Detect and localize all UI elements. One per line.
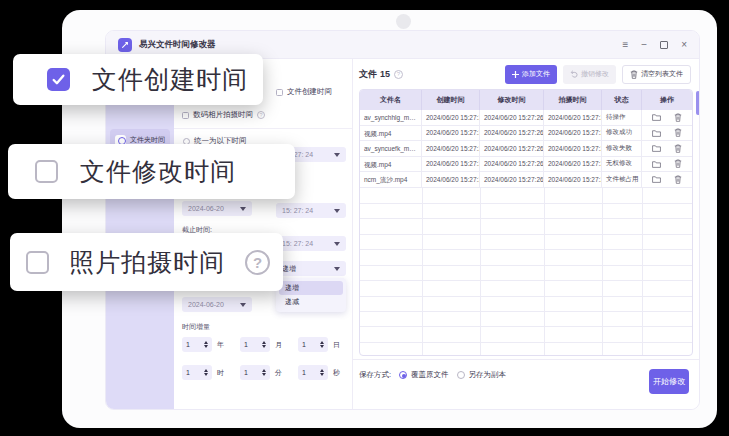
hour-unit: 时 — [217, 368, 224, 378]
open-folder-icon[interactable] — [652, 113, 661, 121]
dropdown-option-increase[interactable]: 递增 — [279, 281, 343, 295]
table-row: av_synchhlg_mp4... 2024/06/20 15:27:26 2… — [360, 110, 692, 126]
shot-time: 2024/06/20 15:27:26 — [544, 157, 602, 173]
hour-stepper[interactable]: 1 — [182, 365, 212, 380]
plus-icon — [512, 71, 519, 78]
spinner-arrows-icon[interactable] — [262, 369, 266, 377]
help-icon[interactable]: ? — [394, 70, 403, 79]
undo-changes-button[interactable]: 撤销修改 — [563, 65, 616, 84]
open-folder-icon[interactable] — [652, 144, 661, 152]
menu-icon[interactable]: ≡ — [622, 40, 628, 50]
created-time: 2024/06/20 15:27:26 — [422, 157, 480, 173]
minute-stepper[interactable]: 1 — [240, 365, 270, 380]
status-badge: 文件被占用 — [602, 172, 642, 188]
radio-unselected-icon[interactable] — [457, 371, 465, 379]
delete-row-icon[interactable] — [674, 159, 682, 168]
end-date-select[interactable]: 2024-06-20 — [182, 297, 252, 312]
help-icon[interactable]: ? — [257, 111, 265, 119]
day-stepper[interactable]: 1 — [298, 337, 328, 352]
add-files-button[interactable]: 添加文件 — [505, 65, 557, 84]
files-table: 文件名 创建时间 修改时间 拍摄时间 状态 操作 av_synchhlg_mp4… — [359, 89, 693, 356]
caret-down-icon — [334, 209, 340, 213]
time-select-3[interactable]: 15: 27: 24 — [276, 236, 346, 251]
camera-dot — [396, 14, 411, 29]
close-icon[interactable]: × — [681, 40, 687, 50]
digital-photo-checkbox[interactable] — [182, 112, 189, 119]
day-value: 1 — [302, 341, 306, 348]
end-date-value: 2024-06-20 — [188, 301, 224, 308]
spinner-arrows-icon[interactable] — [204, 369, 208, 377]
file-name: 视频.mp4 — [360, 126, 422, 142]
overwrite-radio-option[interactable]: 覆盖原文件 — [399, 370, 449, 380]
col-modified: 修改时间 — [480, 90, 544, 110]
month-stepper[interactable]: 1 — [240, 337, 270, 352]
caret-down-icon — [240, 303, 246, 307]
overwrite-label: 覆盖原文件 — [411, 370, 449, 380]
spinner-arrows-icon[interactable] — [320, 341, 324, 349]
open-folder-icon[interactable] — [652, 175, 661, 183]
delete-row-icon[interactable] — [674, 128, 682, 137]
modified-time: 2024/06/20 15:27:26 — [480, 110, 544, 126]
stepper-day: 1 日 — [298, 337, 340, 352]
callout-label: 文件修改时间 — [80, 155, 236, 188]
table-row: ncm_流沙.mp4 2024/06/20 15:27:26 2024/06/2… — [360, 172, 692, 188]
stepper-year: 1 年 — [182, 337, 224, 352]
created-time: 2024/06/20 15:27:26 — [422, 126, 480, 142]
file-name: ncm_流沙.mp4 — [360, 172, 422, 188]
time-select-2[interactable]: 15: 27: 24 — [276, 203, 346, 218]
status-badge: 修改失败 — [602, 141, 642, 157]
file-name: av_syncuefk_mp4... — [360, 141, 422, 157]
row-actions — [642, 157, 692, 173]
unchecked-checkbox-icon[interactable] — [26, 251, 49, 274]
spinner-arrows-icon[interactable] — [204, 341, 208, 349]
second-value: 1 — [302, 369, 306, 376]
delete-row-icon[interactable] — [674, 113, 682, 122]
shot-time: 2024/06/20 15:27:26 — [544, 110, 602, 126]
add-files-label: 添加文件 — [522, 69, 550, 79]
radio-selected-icon[interactable] — [399, 371, 407, 379]
clear-list-label: 清空列表文件 — [641, 69, 683, 79]
spinner-arrows-icon[interactable] — [320, 369, 324, 377]
unchecked-checkbox-icon[interactable] — [35, 160, 58, 183]
table-scrollbar[interactable] — [696, 91, 700, 115]
minimize-icon[interactable]: − — [641, 40, 647, 50]
order-select[interactable]: 递增 — [276, 261, 346, 276]
app-logo-icon — [118, 38, 132, 52]
app-title: 易兴文件时间修改器 — [139, 39, 216, 51]
open-folder-icon[interactable] — [652, 160, 661, 168]
clear-list-button[interactable]: 清空列表文件 — [622, 65, 691, 84]
modified-time: 2024/06/20 15:27:26 — [480, 172, 544, 188]
dropdown-option-decrease[interactable]: 递减 — [279, 295, 343, 309]
open-folder-icon[interactable] — [652, 129, 661, 137]
start-date-value: 2024-06-20 — [188, 205, 224, 212]
create-time-checkbox[interactable] — [276, 89, 283, 96]
row-actions — [642, 126, 692, 142]
table-empty-rows — [360, 188, 692, 355]
status-badge: 修改成功 — [602, 126, 642, 142]
time-select-3-value: 15: 27: 24 — [282, 240, 313, 247]
modified-time: 2024/06/20 15:27:26 — [480, 157, 544, 173]
file-name: 视频.mp4 — [360, 157, 422, 173]
help-icon[interactable]: ? — [245, 250, 270, 275]
save-mode-row: 保存方式: 覆盖原文件 另存为副本 — [359, 366, 506, 384]
files-count: 15 — [380, 69, 390, 79]
second-stepper[interactable]: 1 — [298, 365, 328, 380]
delete-row-icon[interactable] — [674, 175, 682, 184]
save-copy-radio-option[interactable]: 另存为副本 — [457, 370, 507, 380]
row-actions — [642, 172, 692, 188]
start-modify-button[interactable]: 开始修改 — [649, 369, 689, 394]
delete-row-icon[interactable] — [674, 144, 682, 153]
checked-checkbox-icon[interactable] — [47, 68, 70, 91]
year-stepper[interactable]: 1 — [182, 337, 212, 352]
files-title: 文件 — [359, 68, 377, 81]
table-header: 文件名 创建时间 修改时间 拍摄时间 状态 操作 — [360, 90, 692, 110]
callout-modify-time: 文件修改时间 — [8, 144, 295, 199]
spinner-arrows-icon[interactable] — [262, 341, 266, 349]
row-actions — [642, 110, 692, 126]
status-badge: 无权修改 — [602, 157, 642, 173]
caret-down-icon — [334, 242, 340, 246]
order-dropdown-list: 递增 递减 — [276, 278, 346, 312]
maximize-icon[interactable] — [660, 41, 668, 49]
start-date-select[interactable]: 2024-06-20 — [182, 201, 252, 216]
year-unit: 年 — [217, 340, 224, 350]
